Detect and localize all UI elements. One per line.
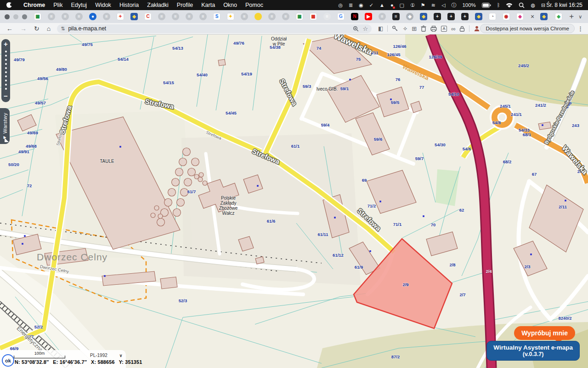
battery-icon[interactable] (482, 3, 491, 8)
assistant-cta-bubble[interactable]: Wypróbuj mnie (514, 326, 575, 340)
pinned-tab-youtube[interactable]: ▶ (362, 12, 374, 22)
apple-icon[interactable] (6, 2, 12, 8)
zoom-level-slider[interactable] (5, 51, 7, 90)
menu-item-edytuj[interactable]: Edytuj (67, 0, 91, 10)
zoom-page-icon[interactable] (353, 26, 359, 32)
pinned-tab-black-plus-1[interactable]: + (431, 12, 443, 22)
crs-selector[interactable]: PL-1992 ∨ (90, 353, 122, 358)
side-panel-icon[interactable]: ◧ (378, 25, 383, 32)
pinned-tab-red-grid[interactable]: ▦ (307, 12, 319, 22)
pinned-tab-default-8[interactable]: ≡ (197, 12, 209, 22)
pinned-tab-google[interactable]: G (335, 12, 347, 22)
new-tab-button[interactable]: + (565, 12, 578, 21)
circle-one-icon[interactable]: ① (410, 0, 415, 10)
pinned-tab-gray-shield[interactable]: ◆ (404, 12, 416, 22)
pinned-tab-clock-circle[interactable]: ◔ (486, 12, 498, 22)
deploy-triangle-icon[interactable]: ▲ (379, 0, 384, 10)
camera-icon[interactable]: ◉ (359, 0, 363, 10)
pinned-tab-default-2[interactable]: ≡ (59, 12, 71, 22)
reload-icon[interactable]: ↻ (30, 25, 43, 32)
print-icon[interactable] (430, 26, 437, 32)
pinned-tab-black-plus-2[interactable]: + (445, 12, 457, 22)
zoom-in-button[interactable]: + (4, 40, 8, 48)
menu-item-zakładki[interactable]: Zakładki (143, 0, 173, 10)
info-circle-icon[interactable]: ⓘ (451, 0, 456, 10)
adobe-cc-icon[interactable]: ◎ (338, 0, 343, 10)
pinned-tab-default-4[interactable]: ≡ (101, 12, 113, 22)
trash-icon[interactable] (421, 25, 426, 32)
pinned-tab-default-13[interactable]: ≡ (376, 12, 388, 22)
battery-percent-label[interactable]: 100% (462, 0, 475, 10)
control-center-icon[interactable]: ⊟ (541, 0, 545, 10)
key-icon[interactable] (392, 25, 398, 32)
pinned-tab-blue-disc[interactable]: ● (87, 12, 99, 22)
search-icon[interactable] (519, 2, 525, 8)
pinned-tab-sheets-grid[interactable]: ▦ (32, 12, 44, 22)
forward-icon[interactable]: → (17, 25, 30, 32)
menu-item-plik[interactable]: Plik (49, 0, 67, 10)
pinned-tab-default-3[interactable]: ≡ (73, 12, 85, 22)
eq-bars-icon[interactable]: ≣ (349, 0, 353, 10)
pinned-tab-pink-flower[interactable]: ◈ (514, 12, 526, 22)
back-icon[interactable]: ← (3, 25, 17, 32)
lock-icon[interactable] (459, 26, 465, 32)
pinned-tab-default-5[interactable]: ≡ (156, 12, 168, 22)
profile-avatar-icon[interactable] (474, 25, 480, 32)
ok-button[interactable]: ok (2, 354, 14, 367)
menu-item-pomoc[interactable]: Pomoc (241, 0, 267, 10)
pinned-tab-netflix[interactable]: N (349, 12, 361, 22)
omnibox[interactable]: ⇅ pila.e-mapa.net ☆ (57, 24, 372, 33)
translate-icon[interactable]: A (441, 26, 447, 32)
pinned-tab-black-plus-3[interactable]: + (459, 12, 471, 22)
check-circle-icon[interactable]: ✓ (369, 0, 373, 10)
menu-item-historia[interactable]: Historia (115, 0, 143, 10)
site-info-icon[interactable]: ⇅ (61, 26, 65, 32)
chrome-menu-icon[interactable]: ⋮ (575, 25, 588, 32)
pinned-tab-google-sheets[interactable]: ▦ (294, 12, 305, 22)
menubar-clock[interactable]: Śr. 8 kwi 16:25 (546, 2, 582, 8)
pinned-tab-s-blue[interactable]: S (211, 12, 223, 22)
close-tab-icon[interactable]: × (526, 13, 538, 20)
menu-item-karta[interactable]: Karta (197, 0, 219, 10)
pinned-tab-default-1[interactable]: ≡ (45, 12, 57, 22)
window-close-button[interactable] (5, 14, 10, 19)
extension-sparkle-icon[interactable]: ✧ (402, 25, 407, 32)
url-text[interactable]: pila.e-mapa.net (68, 25, 349, 32)
display-icon[interactable]: ▢ (400, 0, 404, 10)
pinned-tab-default-9[interactable]: ≡ (238, 12, 250, 22)
pinned-tab-google-photos[interactable]: ✦ (114, 12, 126, 22)
wave-icon[interactable]: ≋ (431, 0, 435, 10)
home-icon[interactable]: ⌂ (43, 25, 54, 32)
pinned-tab-yellow-disc[interactable]: ● (252, 12, 264, 22)
assistant-button[interactable]: Wirtualny Asystent e-mapa (v.0.3.7) (486, 341, 580, 361)
map-canvas[interactable]: 49/7549/7654/1354/1449/7954/3849/8054/40… (0, 34, 588, 368)
window-minimize-button[interactable] (13, 14, 18, 19)
bluetooth-icon[interactable]: ᛒ (497, 0, 500, 10)
tab-colorful[interactable]: ◈ (553, 12, 565, 22)
pinned-tab-red-c[interactable]: C (142, 12, 154, 22)
person-badge-icon[interactable]: ● (390, 0, 394, 10)
bookmark-star-icon[interactable]: ☆ (362, 25, 368, 32)
tab-emapa-shield[interactable]: ◆ (538, 12, 550, 22)
pinned-tab-sparkle[interactable]: ✦ (225, 12, 237, 22)
wifi-icon[interactable] (506, 3, 513, 8)
zoom-out-button[interactable]: − (4, 92, 8, 100)
menu-item-widok[interactable]: Widok (91, 0, 115, 10)
pinned-tab-red-pinwheel[interactable]: ◉ (500, 12, 512, 22)
window-zoom-button[interactable] (22, 14, 27, 19)
pinned-tab-black-list[interactable]: ≡ (390, 12, 402, 22)
link-icon[interactable]: ∞ (451, 25, 455, 32)
pinned-tab-default-7[interactable]: ≡ (183, 12, 195, 22)
pinned-tab-geoportal-shield[interactable]: ◆ (128, 12, 140, 22)
chrome-update-chip[interactable]: Dostępna jest nowa wersja Chrome (480, 24, 575, 33)
pinned-tab-default-12[interactable]: ≡ (321, 12, 333, 22)
menu-item-profile[interactable]: Profile (173, 0, 197, 10)
user-switch-icon[interactable]: ◍ (531, 0, 535, 10)
menu-item-chrome[interactable]: Chrome (19, 0, 49, 10)
mute-icon[interactable]: ◁ (441, 0, 445, 10)
pinned-tab-default-6[interactable]: ≡ (170, 12, 181, 22)
pinned-tab-blue-shield-2[interactable]: ◆ (473, 12, 485, 22)
pinned-tab-default-10[interactable]: ≡ (266, 12, 278, 22)
table-extension-icon[interactable]: ⊞ (412, 25, 417, 32)
map-viewport[interactable]: 49/7549/7654/1354/1449/7954/3849/8054/40… (0, 34, 588, 368)
